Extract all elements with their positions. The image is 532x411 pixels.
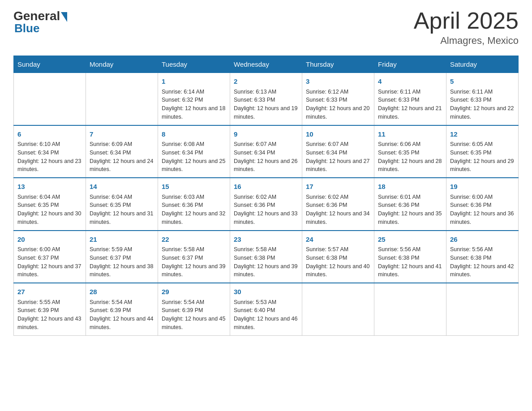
calendar-cell: 3Sunrise: 6:12 AMSunset: 6:33 PMDaylight… (302, 73, 374, 125)
day-number: 23 (234, 235, 298, 245)
calendar-cell: 17Sunrise: 6:02 AMSunset: 6:36 PMDayligh… (302, 178, 374, 231)
day-info: Sunset: 6:37 PM (90, 254, 154, 262)
day-number: 25 (378, 235, 442, 245)
day-info: Sunrise: 5:59 AM (90, 245, 154, 254)
day-number: 17 (306, 182, 370, 192)
day-info: Sunset: 6:33 PM (234, 96, 298, 104)
day-info: Sunrise: 6:07 AM (234, 140, 298, 149)
day-info: Sunset: 6:39 PM (162, 306, 226, 315)
day-info: Sunset: 6:34 PM (234, 149, 298, 157)
day-info: Sunrise: 6:12 AM (306, 88, 370, 96)
day-info: Sunset: 6:35 PM (90, 201, 154, 210)
day-info: Daylight: 12 hours and 33 minutes. (234, 210, 298, 227)
calendar-cell: 21Sunrise: 5:59 AMSunset: 6:37 PMDayligh… (86, 231, 158, 283)
day-info: Daylight: 12 hours and 21 minutes. (378, 104, 442, 121)
calendar-week-4: 27Sunrise: 5:55 AMSunset: 6:39 PMDayligh… (14, 283, 519, 335)
day-info: Daylight: 12 hours and 39 minutes. (234, 262, 298, 279)
day-info: Daylight: 12 hours and 46 minutes. (234, 315, 298, 332)
day-info: Sunset: 6:34 PM (90, 149, 154, 157)
day-number: 2 (234, 77, 298, 87)
day-info: Daylight: 12 hours and 24 minutes. (90, 157, 154, 174)
day-info: Daylight: 12 hours and 26 minutes. (234, 157, 298, 174)
day-info: Daylight: 12 hours and 23 minutes. (17, 157, 82, 174)
day-info: Sunrise: 5:53 AM (234, 298, 298, 307)
day-info: Sunrise: 6:01 AM (378, 193, 442, 201)
day-info: Sunset: 6:36 PM (378, 201, 442, 210)
day-info: Daylight: 12 hours and 32 minutes. (162, 210, 226, 227)
day-info: Sunset: 6:34 PM (306, 149, 370, 157)
day-info: Sunset: 6:33 PM (450, 96, 515, 104)
day-info: Daylight: 12 hours and 34 minutes. (306, 210, 370, 227)
calendar-cell: 26Sunrise: 5:56 AMSunset: 6:38 PMDayligh… (446, 231, 519, 283)
calendar-cell: 18Sunrise: 6:01 AMSunset: 6:36 PMDayligh… (374, 178, 446, 231)
day-info: Sunrise: 6:00 AM (450, 193, 515, 201)
day-info: Sunrise: 5:54 AM (90, 298, 154, 307)
calendar-cell: 7Sunrise: 6:09 AMSunset: 6:34 PMDaylight… (86, 125, 158, 178)
day-info: Sunrise: 6:07 AM (306, 140, 370, 149)
day-info: Sunrise: 5:55 AM (17, 298, 82, 307)
day-number: 14 (90, 182, 154, 192)
day-number: 1 (162, 77, 226, 87)
day-number: 18 (378, 182, 442, 192)
calendar-week-0: 1Sunrise: 6:14 AMSunset: 6:32 PMDaylight… (14, 73, 519, 125)
day-info: Sunset: 6:39 PM (17, 306, 82, 315)
day-info: Sunset: 6:36 PM (162, 201, 226, 210)
calendar-cell: 22Sunrise: 5:58 AMSunset: 6:37 PMDayligh… (158, 231, 230, 283)
calendar-cell: 28Sunrise: 5:54 AMSunset: 6:39 PMDayligh… (86, 283, 158, 335)
day-info: Sunrise: 6:03 AM (162, 193, 226, 201)
day-info: Daylight: 12 hours and 41 minutes. (378, 262, 442, 279)
calendar-cell: 11Sunrise: 6:06 AMSunset: 6:35 PMDayligh… (374, 125, 446, 178)
calendar-cell: 6Sunrise: 6:10 AMSunset: 6:34 PMDaylight… (14, 125, 86, 178)
day-number: 22 (162, 235, 226, 245)
weekday-header-row: SundayMondayTuesdayWednesdayThursdayFrid… (14, 56, 519, 73)
calendar-cell: 12Sunrise: 6:05 AMSunset: 6:35 PMDayligh… (446, 125, 519, 178)
day-info: Sunrise: 6:08 AM (162, 140, 226, 149)
day-number: 26 (450, 235, 515, 245)
day-info: Daylight: 12 hours and 43 minutes. (17, 315, 82, 332)
calendar-cell: 25Sunrise: 5:56 AMSunset: 6:38 PMDayligh… (374, 231, 446, 283)
day-number: 4 (378, 77, 442, 87)
logo: General Blue (13, 9, 67, 35)
day-info: Sunrise: 6:09 AM (90, 140, 154, 149)
day-info: Sunrise: 6:10 AM (17, 140, 82, 149)
day-number: 13 (17, 182, 82, 192)
weekday-header-friday: Friday (374, 56, 446, 73)
day-info: Daylight: 12 hours and 20 minutes. (306, 104, 370, 121)
day-info: Sunset: 6:39 PM (90, 306, 154, 315)
day-info: Sunrise: 6:04 AM (17, 193, 82, 201)
day-info: Daylight: 12 hours and 44 minutes. (90, 315, 154, 332)
day-info: Daylight: 12 hours and 36 minutes. (450, 210, 515, 227)
day-info: Sunrise: 5:56 AM (378, 245, 442, 254)
calendar-cell: 16Sunrise: 6:02 AMSunset: 6:36 PMDayligh… (230, 178, 302, 231)
day-info: Sunrise: 5:57 AM (306, 245, 370, 254)
day-info: Sunrise: 6:11 AM (450, 88, 515, 96)
calendar-table: SundayMondayTuesdayWednesdayThursdayFrid… (13, 56, 519, 336)
day-info: Daylight: 12 hours and 37 minutes. (17, 262, 82, 279)
calendar-cell (446, 283, 519, 335)
calendar-cell: 14Sunrise: 6:04 AMSunset: 6:35 PMDayligh… (86, 178, 158, 231)
calendar-cell (302, 283, 374, 335)
calendar-subtitle: Almagres, Mexico (414, 35, 519, 47)
day-info: Daylight: 12 hours and 27 minutes. (306, 157, 370, 174)
day-info: Sunset: 6:34 PM (162, 149, 226, 157)
day-info: Sunset: 6:32 PM (162, 96, 226, 104)
day-info: Daylight: 12 hours and 22 minutes. (450, 104, 515, 121)
day-number: 29 (162, 287, 226, 297)
day-info: Sunrise: 5:54 AM (162, 298, 226, 307)
day-info: Sunset: 6:38 PM (450, 254, 515, 262)
weekday-header-saturday: Saturday (446, 56, 519, 73)
day-info: Daylight: 12 hours and 19 minutes. (234, 104, 298, 121)
day-info: Sunset: 6:33 PM (306, 96, 370, 104)
day-info: Daylight: 12 hours and 25 minutes. (162, 157, 226, 174)
day-info: Sunset: 6:36 PM (234, 201, 298, 210)
calendar-cell: 8Sunrise: 6:08 AMSunset: 6:34 PMDaylight… (158, 125, 230, 178)
day-number: 7 (90, 129, 154, 140)
day-info: Daylight: 12 hours and 35 minutes. (378, 210, 442, 227)
calendar-cell: 19Sunrise: 6:00 AMSunset: 6:36 PMDayligh… (446, 178, 519, 231)
day-info: Sunrise: 6:02 AM (234, 193, 298, 201)
day-number: 12 (450, 129, 515, 140)
day-info: Sunset: 6:34 PM (17, 149, 82, 157)
day-info: Daylight: 12 hours and 30 minutes. (17, 210, 82, 227)
calendar-cell: 5Sunrise: 6:11 AMSunset: 6:33 PMDaylight… (446, 73, 519, 125)
weekday-header-wednesday: Wednesday (230, 56, 302, 73)
